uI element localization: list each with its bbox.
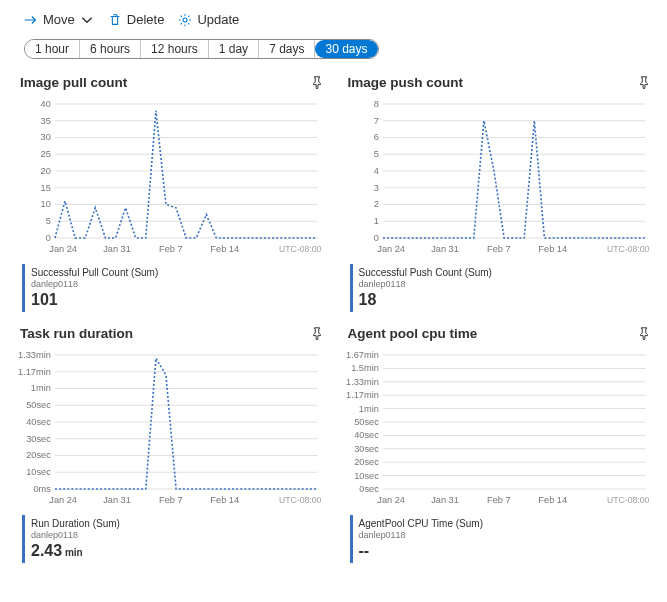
svg-text:1.33min: 1.33min (18, 350, 51, 360)
chart-card: Image pull count0510152025303540Jan 24Ja… (16, 71, 324, 312)
charts-grid: Image pull count0510152025303540Jan 24Ja… (16, 71, 651, 563)
chart-legend: AgentPool CPU Time (Sum)danlep0118-- (350, 515, 652, 563)
svg-text:10sec: 10sec (26, 467, 51, 477)
svg-text:0ms: 0ms (33, 484, 51, 494)
svg-text:UTC-08:00: UTC-08:00 (606, 244, 649, 254)
time-pill[interactable]: 6 hours (80, 40, 141, 58)
svg-text:35: 35 (41, 116, 51, 126)
gear-icon (178, 13, 192, 27)
svg-text:Jan 24: Jan 24 (49, 495, 77, 505)
svg-text:3: 3 (373, 183, 378, 193)
svg-text:UTC-08:00: UTC-08:00 (279, 244, 322, 254)
svg-text:25: 25 (41, 149, 51, 159)
svg-text:Feb 7: Feb 7 (159, 244, 183, 254)
chart-card: Agent pool cpu time0sec10sec20sec30sec40… (344, 322, 652, 563)
svg-text:20sec: 20sec (26, 451, 51, 461)
time-pill[interactable]: 1 hour (25, 40, 80, 58)
svg-point-0 (183, 17, 187, 21)
svg-text:UTC-08:00: UTC-08:00 (279, 495, 322, 505)
chart-title: Agent pool cpu time (348, 326, 478, 341)
svg-text:Jan 24: Jan 24 (49, 244, 77, 254)
svg-text:15: 15 (41, 183, 51, 193)
svg-text:Feb 7: Feb 7 (487, 244, 511, 254)
svg-text:50sec: 50sec (26, 400, 51, 410)
time-pill[interactable]: 30 days (315, 40, 377, 58)
svg-text:UTC-08:00: UTC-08:00 (606, 495, 649, 505)
svg-text:1min: 1min (358, 404, 378, 414)
svg-text:7: 7 (373, 116, 378, 126)
svg-text:1.17min: 1.17min (18, 367, 51, 377)
chart-title: Image pull count (20, 75, 127, 90)
svg-text:5: 5 (373, 149, 378, 159)
svg-text:30sec: 30sec (26, 434, 51, 444)
svg-text:Jan 31: Jan 31 (103, 244, 131, 254)
svg-text:40sec: 40sec (354, 430, 379, 440)
svg-text:1.5min: 1.5min (351, 363, 379, 373)
svg-text:1.33min: 1.33min (346, 377, 379, 387)
move-arrow-icon (24, 13, 38, 27)
svg-text:Feb 14: Feb 14 (538, 244, 567, 254)
chevron-down-icon (80, 13, 94, 27)
svg-text:0: 0 (46, 233, 51, 243)
svg-text:Jan 24: Jan 24 (377, 244, 405, 254)
svg-text:Jan 31: Jan 31 (431, 495, 459, 505)
svg-text:0: 0 (373, 233, 378, 243)
chart-legend: Successful Push Count (Sum)danlep011818 (350, 264, 652, 312)
time-range-selector: 1 hour6 hours12 hours1 day7 days30 days (24, 39, 379, 59)
svg-text:Feb 14: Feb 14 (210, 244, 239, 254)
chart-card: Task run duration0ms10sec20sec30sec40sec… (16, 322, 324, 563)
svg-text:Feb 7: Feb 7 (159, 495, 183, 505)
svg-text:Feb 14: Feb 14 (210, 495, 239, 505)
time-pill[interactable]: 7 days (259, 40, 315, 58)
svg-text:10: 10 (41, 200, 51, 210)
pin-icon[interactable] (310, 75, 324, 89)
pin-icon[interactable] (310, 326, 324, 340)
toolbar: Move Delete Update (16, 8, 651, 35)
delete-label: Delete (127, 12, 165, 27)
svg-text:Jan 31: Jan 31 (103, 495, 131, 505)
update-label: Update (197, 12, 239, 27)
svg-text:40: 40 (41, 99, 51, 109)
svg-text:1min: 1min (31, 384, 51, 394)
svg-text:6: 6 (373, 133, 378, 143)
svg-text:8: 8 (373, 99, 378, 109)
svg-text:Jan 24: Jan 24 (377, 495, 405, 505)
svg-text:Feb 14: Feb 14 (538, 495, 567, 505)
svg-text:2: 2 (373, 200, 378, 210)
svg-text:50sec: 50sec (354, 417, 379, 427)
chart-legend: Run Duration (Sum)danlep01182.43 min (22, 515, 324, 563)
chart-plot[interactable]: 0510152025303540Jan 24Jan 31Feb 7Feb 14U… (16, 98, 324, 258)
svg-text:Feb 7: Feb 7 (487, 495, 511, 505)
move-button[interactable]: Move (24, 12, 94, 27)
svg-text:1.17min: 1.17min (346, 390, 379, 400)
chart-plot[interactable]: 0ms10sec20sec30sec40sec50sec1min1.17min1… (16, 349, 324, 509)
move-label: Move (43, 12, 75, 27)
svg-text:4: 4 (373, 166, 378, 176)
pin-icon[interactable] (637, 75, 651, 89)
delete-button[interactable]: Delete (108, 12, 165, 27)
svg-text:5: 5 (46, 216, 51, 226)
chart-title: Image push count (348, 75, 464, 90)
svg-text:30: 30 (41, 133, 51, 143)
time-pill[interactable]: 12 hours (141, 40, 209, 58)
svg-text:1: 1 (373, 216, 378, 226)
svg-text:Jan 31: Jan 31 (431, 244, 459, 254)
update-button[interactable]: Update (178, 12, 239, 27)
svg-text:20: 20 (41, 166, 51, 176)
svg-text:40sec: 40sec (26, 417, 51, 427)
svg-text:20sec: 20sec (354, 457, 379, 467)
chart-plot[interactable]: 012345678Jan 24Jan 31Feb 7Feb 14UTC-08:0… (344, 98, 652, 258)
chart-title: Task run duration (20, 326, 133, 341)
chart-plot[interactable]: 0sec10sec20sec30sec40sec50sec1min1.17min… (344, 349, 652, 509)
trash-icon (108, 13, 122, 27)
svg-text:1.67min: 1.67min (346, 350, 379, 360)
chart-legend: Successful Pull Count (Sum)danlep0118101 (22, 264, 324, 312)
svg-text:30sec: 30sec (354, 444, 379, 454)
svg-text:10sec: 10sec (354, 471, 379, 481)
time-pill[interactable]: 1 day (209, 40, 259, 58)
svg-text:0sec: 0sec (359, 484, 379, 494)
pin-icon[interactable] (637, 326, 651, 340)
chart-card: Image push count012345678Jan 24Jan 31Feb… (344, 71, 652, 312)
